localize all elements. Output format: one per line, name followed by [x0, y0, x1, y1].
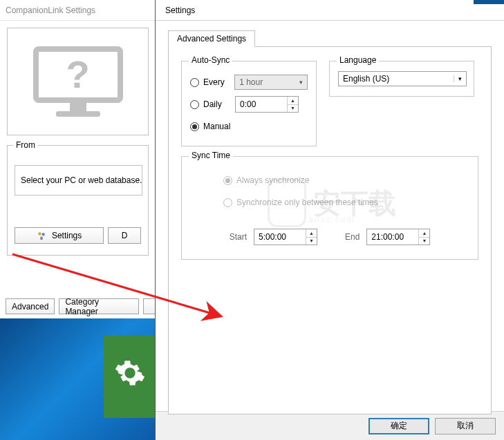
radio-every[interactable] — [190, 78, 199, 87]
ok-button[interactable]: 确定 — [368, 418, 429, 434]
end-time-spinner[interactable]: 21:00:00 ▲ ▼ — [366, 229, 430, 245]
spinner-down-icon[interactable]: ▼ — [306, 238, 317, 245]
svg-rect-2 — [40, 237, 43, 240]
dialog-titlebar: Settings — [156, 0, 504, 21]
spinner-up-icon[interactable]: ▲ — [306, 229, 317, 238]
extra-button[interactable] — [143, 298, 156, 314]
spinner-down-icon[interactable]: ▼ — [288, 105, 298, 113]
radio-every-label: Every — [203, 77, 230, 87]
spinner-down-icon[interactable]: ▼ — [419, 238, 429, 245]
from-dropdown[interactable]: Select your PC or web database. — [15, 165, 142, 195]
dialog-title: Settings — [165, 6, 195, 15]
advanced-button[interactable]: Advanced — [6, 298, 55, 314]
monitor-question-icon: ? — [33, 46, 123, 117]
radio-daily[interactable] — [190, 100, 199, 109]
ok-button-label: 确定 — [391, 420, 407, 432]
settings-tile[interactable] — [104, 335, 156, 418]
desktop-background — [0, 318, 156, 440]
radio-always-sync-label: Always synchronize — [236, 175, 309, 185]
synctime-legend: Sync Time — [189, 151, 233, 160]
cancel-button-label: 取消 — [457, 420, 474, 432]
settings-dialog: Settings Advanced Settings Auto-Sync Eve… — [155, 0, 504, 440]
tab-panel: Auto-Sync Every 1 hour ▾ Daily 0:0 — [168, 46, 492, 414]
daily-time-value: 0:00 — [236, 97, 287, 112]
svg-point-1 — [41, 233, 44, 236]
tab-advanced-settings[interactable]: Advanced Settings — [168, 30, 255, 47]
radio-manual[interactable] — [190, 122, 199, 131]
language-dropdown[interactable]: English (US) ▾ — [338, 71, 467, 86]
start-time-value: 5:00:00 — [254, 229, 306, 245]
device-preview-box: ? — [7, 28, 149, 135]
category-manager-button[interactable]: Category Manager — [59, 298, 139, 314]
start-time-spinner[interactable]: 5:00:00 ▲ ▼ — [254, 229, 317, 245]
radio-daily-label: Daily — [203, 99, 231, 109]
chevron-down-icon: ▾ — [454, 75, 466, 82]
radio-manual-label: Manual — [203, 122, 230, 131]
advanced-button-label: Advanced — [12, 302, 48, 312]
tools-icon — [37, 231, 46, 240]
language-legend: Language — [337, 55, 379, 65]
language-fieldset: Language English (US) ▾ — [329, 61, 474, 97]
spinner-up-icon[interactable]: ▲ — [419, 229, 429, 238]
autosync-fieldset: Auto-Sync Every 1 hour ▾ Daily 0:0 — [181, 61, 317, 146]
title-accent — [474, 0, 504, 4]
end-time-label: End — [345, 232, 360, 242]
dialog-footer: 确定 取消 — [156, 411, 504, 440]
daily-time-spinner[interactable]: 0:00 ▲ ▼ — [235, 96, 299, 113]
start-time-label: Start — [230, 232, 247, 242]
radio-sync-between — [223, 198, 232, 207]
gear-icon — [114, 357, 146, 396]
d-button-label: D — [122, 231, 128, 240]
synctime-fieldset: Sync Time 安下载 anxz.com Always synchroniz… — [181, 156, 478, 260]
tab-advanced-settings-label: Advanced Settings — [177, 34, 246, 44]
settings-button-label: Settings — [52, 231, 82, 240]
settings-button[interactable]: Settings — [15, 227, 104, 244]
spinner-up-icon[interactable]: ▲ — [288, 97, 298, 105]
end-time-value: 21:00:00 — [367, 229, 418, 245]
autosync-legend: Auto-Sync — [189, 55, 232, 65]
radio-always-sync — [223, 176, 232, 185]
back-window-title: CompanionLink Settings — [6, 6, 95, 15]
chevron-down-icon: ▾ — [295, 79, 307, 86]
back-window-titlebar: CompanionLink Settings — [0, 0, 156, 21]
from-group-label: From — [13, 140, 38, 150]
radio-sync-between-label: Synchronize only between these times — [236, 198, 378, 207]
svg-point-0 — [38, 232, 41, 235]
companionlink-settings-window: CompanionLink Settings ? From Select you… — [0, 0, 156, 440]
category-manager-button-label: Category Manager — [65, 297, 133, 316]
every-interval-dropdown[interactable]: 1 hour ▾ — [234, 75, 308, 90]
from-groupbox: From Select your PC or web database. Set… — [7, 145, 149, 256]
cancel-button[interactable]: 取消 — [435, 418, 496, 434]
language-value: English (US) — [339, 74, 454, 84]
d-button[interactable]: D — [108, 227, 141, 244]
every-interval-value: 1 hour — [235, 77, 295, 87]
from-dropdown-text: Select your PC or web database. — [21, 175, 142, 185]
